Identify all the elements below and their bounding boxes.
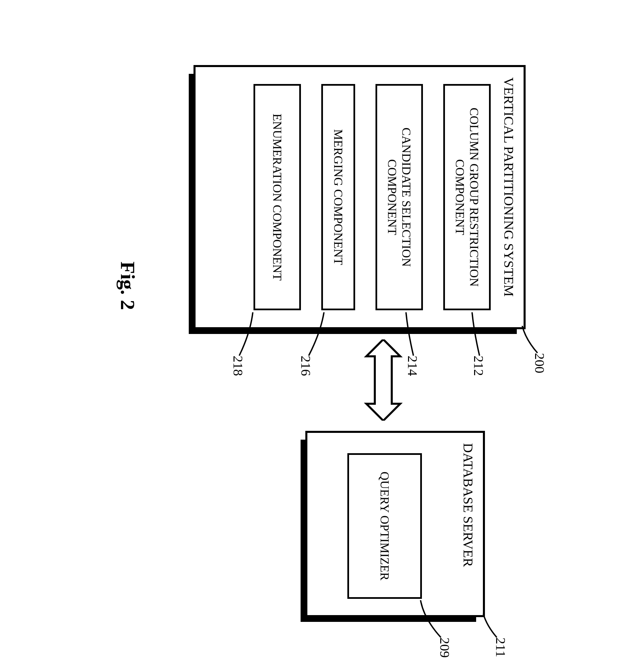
query-optimizer-box: QUERY OPTIMIZER — [347, 453, 422, 599]
enumeration-component: ENUMERATION COMPONENT — [253, 84, 301, 310]
leader-200 — [519, 326, 539, 356]
ref-216: 216 — [298, 356, 314, 376]
ref-212: 212 — [471, 356, 487, 376]
ref-218: 218 — [230, 356, 246, 376]
ref-214: 214 — [405, 356, 421, 376]
component-label: MERGING COMPONENT — [331, 129, 345, 265]
leader-214 — [404, 312, 415, 358]
leader-209 — [419, 600, 443, 641]
component-label: CANDIDATE SELECTION COMPONENT — [385, 89, 413, 305]
vp-system-title: VERTICAL PARTITIONING SYSTEM — [497, 67, 524, 327]
bidirectional-arrow-icon — [363, 339, 404, 421]
column-group-restriction-component: COLUMN GROUP RESTRICTION COMPONENT — [443, 84, 491, 310]
component-label: COLUMN GROUP RESTRICTION COMPONENT — [453, 89, 481, 305]
database-server-box: DATABASE SERVER QUERY OPTIMIZER — [305, 431, 485, 617]
svg-marker-0 — [366, 339, 400, 421]
query-optimizer-label: QUERY OPTIMIZER — [378, 471, 392, 581]
component-label: ENUMERATION COMPONENT — [270, 114, 284, 281]
db-server-title: DATABASE SERVER — [457, 433, 483, 615]
leader-218 — [236, 312, 255, 358]
vertical-partitioning-system-box: VERTICAL PARTITIONING SYSTEM COLUMN GROU… — [194, 65, 526, 329]
figure-label: Fig. 2 — [116, 261, 139, 310]
diagram-canvas: VERTICAL PARTITIONING SYSTEM COLUMN GROU… — [44, 31, 587, 641]
merging-component: MERGING COMPONENT — [321, 84, 355, 310]
leader-216 — [305, 312, 326, 358]
leader-212 — [470, 312, 482, 358]
candidate-selection-component: CANDIDATE SELECTION COMPONENT — [375, 84, 423, 310]
leader-211 — [478, 614, 498, 641]
